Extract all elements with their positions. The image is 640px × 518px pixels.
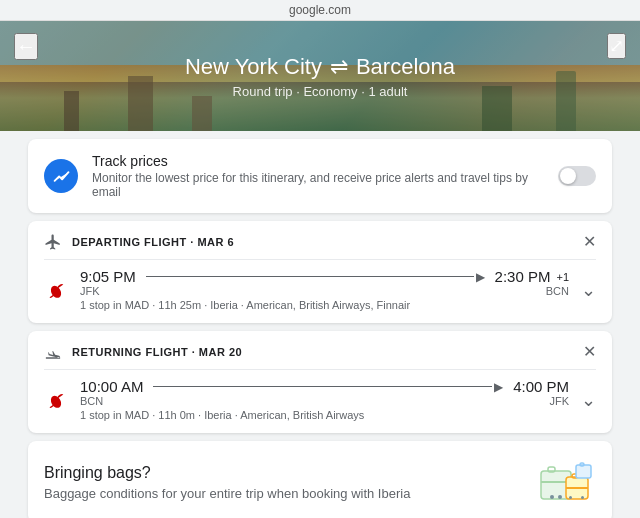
hero-subtitle: Round trip · Economy · 1 adult: [233, 84, 408, 99]
track-text: Track prices Monitor the lowest price fo…: [92, 153, 544, 199]
route-arrow: ⇌: [330, 54, 348, 80]
origin-label: New York City: [185, 54, 322, 80]
back-button[interactable]: ←: [14, 33, 38, 60]
iberia-logo-returning: [44, 388, 68, 412]
departing-details: 1 stop in MAD · 11h 25m · Iberia · Ameri…: [80, 299, 569, 311]
arrive-time: 2:30 PM: [495, 268, 551, 285]
returning-flight-card: RETURNING FLIGHT · MAR 20 ✕ 10:00 AM ▶ 4…: [28, 331, 612, 433]
returning-label: RETURNING FLIGHT · MAR 20: [72, 346, 242, 358]
svg-rect-4: [548, 467, 555, 472]
destination-label: Barcelona: [356, 54, 455, 80]
hero-title: New York City ⇌ Barcelona: [185, 54, 455, 80]
departing-flight-card: DEPARTING FLIGHT · MAR 6 ✕ 9:05 PM ▶ 2:3…: [28, 221, 612, 323]
departing-label: DEPARTING FLIGHT · MAR 6: [72, 236, 234, 248]
svg-rect-10: [569, 496, 572, 499]
depart-airport: JFK: [80, 285, 100, 297]
hero-overlay: ← ⤢ New York City ⇌ Barcelona Round trip…: [0, 21, 640, 131]
departing-expand-button[interactable]: ⌄: [581, 279, 596, 301]
takeoff-icon: [44, 233, 62, 251]
departing-times: 9:05 PM ▶ 2:30 PM+1 JFK BCN 1 stop in MA…: [80, 268, 569, 311]
returning-times: 10:00 AM ▶ 4:00 PM BCN JFK 1 stop in MAD…: [80, 378, 569, 421]
departing-close-button[interactable]: ✕: [583, 234, 596, 250]
svg-rect-11: [581, 496, 584, 499]
returning-details: 1 stop in MAD · 11h 0m · Iberia · Americ…: [80, 409, 569, 421]
day-offset: +1: [556, 271, 569, 283]
svg-rect-12: [576, 465, 591, 478]
bags-title: Bringing bags?: [44, 464, 410, 482]
svg-rect-8: [566, 487, 588, 489]
return-depart-airport: BCN: [80, 395, 103, 407]
bags-subtitle: Baggage conditions for your entire trip …: [44, 486, 410, 501]
url-bar: google.com: [289, 3, 351, 17]
depart-time: 9:05 PM: [80, 268, 136, 285]
returning-expand-button[interactable]: ⌄: [581, 389, 596, 411]
hero-banner: ← ⤢ New York City ⇌ Barcelona Round trip…: [0, 21, 640, 131]
return-arrive-airport: JFK: [549, 395, 569, 407]
bags-illustration: [536, 457, 596, 507]
bags-card: Bringing bags? Baggage conditions for yo…: [28, 441, 612, 518]
landing-icon: [44, 343, 62, 361]
track-prices-card: Track prices Monitor the lowest price fo…: [28, 139, 612, 213]
share-button[interactable]: ⤢: [607, 33, 626, 59]
track-subtitle: Monitor the lowest price for this itiner…: [92, 171, 544, 199]
return-depart-time: 10:00 AM: [80, 378, 143, 395]
track-toggle[interactable]: [558, 166, 596, 186]
returning-close-button[interactable]: ✕: [583, 344, 596, 360]
svg-rect-5: [550, 495, 554, 499]
track-title: Track prices: [92, 153, 544, 169]
iberia-logo-departing: [44, 278, 68, 302]
arrive-airport: BCN: [546, 285, 569, 297]
svg-rect-6: [558, 495, 562, 499]
return-arrive-time: 4:00 PM: [513, 378, 569, 395]
track-icon: [44, 159, 78, 193]
